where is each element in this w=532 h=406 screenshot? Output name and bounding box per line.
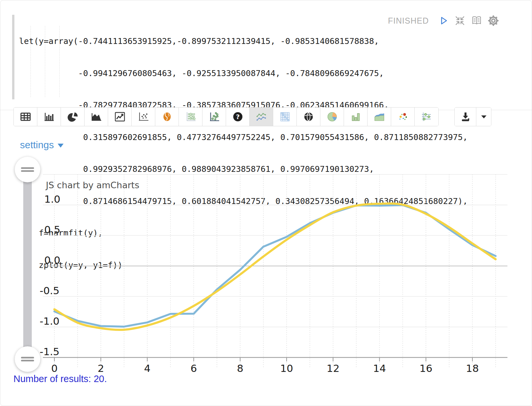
viz-scatter-chart-button[interactable] xyxy=(132,108,155,126)
svg-text:?: ? xyxy=(236,113,240,121)
run-button[interactable] xyxy=(438,15,449,26)
viz-stream-chart-button[interactable] xyxy=(368,108,391,126)
editor-gutter-bar xyxy=(12,15,14,99)
viz-bar-chart-button[interactable] xyxy=(37,108,61,126)
parallel-sliders-icon xyxy=(421,112,432,122)
x-axis-label: 2 xyxy=(98,362,104,374)
x-axis-label: 4 xyxy=(144,362,151,374)
download-options-button[interactable] xyxy=(476,108,491,126)
help-icon: ? xyxy=(232,111,243,122)
x-axis-label: 16 xyxy=(420,362,432,374)
play-icon xyxy=(438,15,448,26)
book-icon xyxy=(471,15,482,26)
x-axis-label: 6 xyxy=(190,362,197,374)
download-icon xyxy=(460,112,471,122)
series-line-y1 xyxy=(54,204,496,330)
download-button[interactable] xyxy=(455,108,476,126)
viz-pie-chart-button[interactable] xyxy=(61,108,85,126)
chart-title: JS chart by amCharts xyxy=(45,180,139,190)
columns-green-icon xyxy=(350,112,361,122)
viz-area-chart-button[interactable] xyxy=(85,108,108,126)
code-line: let(y=array(-0.7441113653915925,-0.89975… xyxy=(19,36,468,47)
pie-chart-icon xyxy=(67,112,78,122)
viz-line-chart-button[interactable] xyxy=(108,108,132,126)
viz-heatmap-button[interactable] xyxy=(273,108,297,126)
code-line: 0.315897602691855, 0.47732764497752245, … xyxy=(19,132,468,143)
viz-bubbles-button[interactable] xyxy=(391,108,415,126)
y-axis-label: 0.0 xyxy=(44,254,60,266)
result-count-text: Number of results: 20. xyxy=(13,374,107,384)
scatter-chart-icon xyxy=(138,112,149,122)
spline-chart-icon xyxy=(256,112,267,122)
viz-bubble-matrix-button[interactable] xyxy=(179,108,202,126)
y-axis-label: -1.0 xyxy=(40,315,60,327)
settings-label: settings xyxy=(20,139,54,151)
y-axis-label: 1.0 xyxy=(44,193,60,205)
paragraph-settings-button[interactable] xyxy=(488,15,499,26)
viz-spline-chart-button[interactable] xyxy=(250,108,273,126)
settings-toggle[interactable]: settings xyxy=(20,139,64,151)
caret-down-icon xyxy=(58,144,64,148)
viz-pie-color-button[interactable] xyxy=(320,108,344,126)
x-axis-label: 10 xyxy=(280,362,293,374)
y-axis-label: -1.5 xyxy=(40,346,60,357)
notebook-paragraph: let(y=array(-0.7441113653915925,-0.89975… xyxy=(0,0,532,406)
paragraph-controls: FINISHED xyxy=(388,15,499,27)
viz-map-button[interactable] xyxy=(155,108,179,126)
stream-chart-icon xyxy=(373,112,385,122)
viz-columns-button[interactable] xyxy=(344,108,368,126)
globe-orange-icon xyxy=(162,112,173,122)
code-line: -0.9941296760805463, -0.9255133950087844… xyxy=(19,68,468,79)
bar-chart-icon xyxy=(44,112,55,122)
viz-table-button[interactable] xyxy=(14,108,37,126)
heatmap-icon xyxy=(279,112,291,122)
visualization-toolbar: ? xyxy=(13,107,439,126)
viz-help-button[interactable]: ? xyxy=(226,108,250,126)
collapse-icon xyxy=(455,15,465,26)
viz-parallel-sliders-button[interactable] xyxy=(415,108,438,126)
bubble-matrix-icon xyxy=(185,112,197,122)
collapse-button[interactable] xyxy=(454,15,466,26)
caret-down-icon xyxy=(479,112,488,121)
x-axis-label: 18 xyxy=(466,362,479,374)
x-axis-label: 8 xyxy=(237,362,243,374)
gear-icon xyxy=(488,15,499,26)
line-chart-icon xyxy=(114,112,125,122)
globe-dark-icon xyxy=(303,112,314,122)
area-chart-icon xyxy=(91,112,102,122)
show-editor-button[interactable] xyxy=(471,15,482,26)
viz-bubble-scatter-button[interactable] xyxy=(202,108,226,126)
x-axis-label: 14 xyxy=(373,362,386,374)
line-chart-plot: 1.00.50.0-0.5-1.0-1.5024681012141618JS c… xyxy=(0,158,532,381)
status-badge: FINISHED xyxy=(388,16,429,26)
export-controls xyxy=(454,107,491,126)
viz-globe-button[interactable] xyxy=(297,108,320,126)
y-axis-label: 0.5 xyxy=(44,224,60,235)
y-axis-label: -0.5 xyxy=(40,285,60,296)
pie-color-icon xyxy=(327,111,338,122)
x-axis-label: 0 xyxy=(51,362,58,374)
bubbles-color-icon xyxy=(397,112,408,122)
table-icon xyxy=(20,112,31,122)
bubble-scatter-icon xyxy=(208,112,220,122)
x-axis-label: 12 xyxy=(327,362,339,374)
